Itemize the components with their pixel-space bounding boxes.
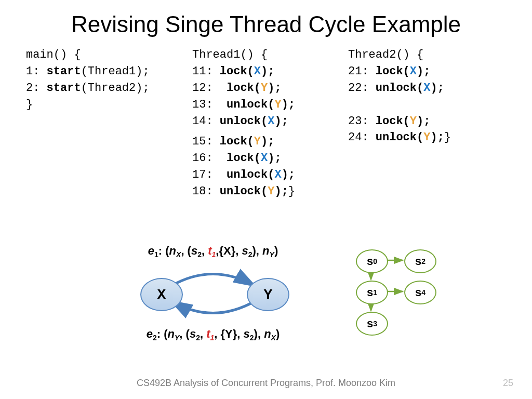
state-s4: s4	[404, 281, 436, 304]
state-s1: s1	[356, 281, 388, 304]
state-graph: s0 s2 s1 s4 s3	[353, 249, 468, 364]
lock-graph: e1: (nX, (s2, t1,{X}, s2), nY) X Y e2: (…	[104, 244, 322, 358]
edge2-label: e2: (nY, (s2, t1, {Y}, s2), nX)	[104, 327, 322, 342]
page-number: 25	[503, 378, 513, 389]
state-s3: s3	[356, 312, 388, 336]
main-code: main() { 1: start(Thread1); 2: start(Thr…	[26, 47, 182, 200]
state-s0: s0	[356, 249, 388, 273]
code-columns: main() { 1: start(Thread1); 2: start(Thr…	[0, 47, 532, 200]
footer-text: CS492B Analysis of Concurrent Programs, …	[0, 378, 532, 389]
node-x: X	[140, 278, 183, 311]
node-y: Y	[247, 278, 289, 311]
thread2-code: Thread2() { 21: lock(X); 22: unlock(X); …	[348, 47, 494, 200]
slide-title: Revising Singe Thread Cycle Example	[0, 11, 532, 37]
lock-graph-svg	[104, 260, 322, 338]
thread1-code: Thread1() { 11: lock(X); 12: lock(Y); 13…	[192, 47, 338, 200]
edge1-label: e1: (nX, (s2, t1,{X}, s2), nY)	[104, 244, 322, 259]
state-s2: s2	[404, 249, 436, 273]
